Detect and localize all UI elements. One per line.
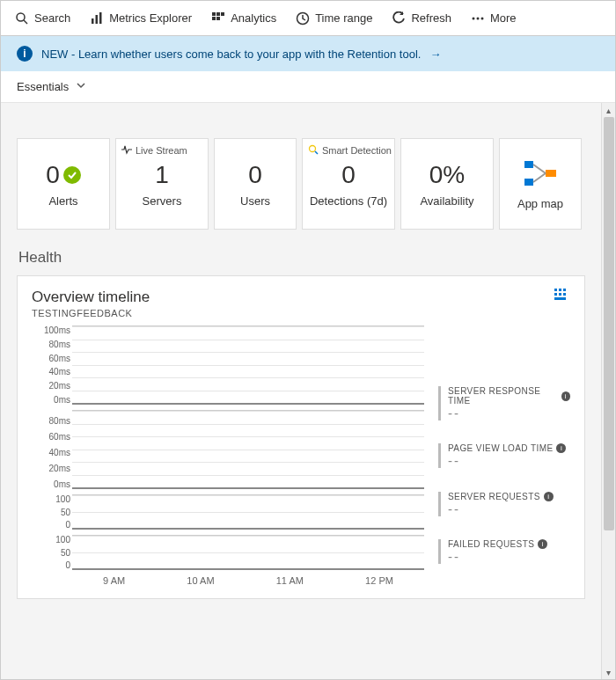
card-subtitle: TESTINGFEEDBACK [32, 308, 150, 318]
analytics-label: Analytics [231, 11, 276, 25]
servers-label: Servers [143, 194, 182, 208]
analytics-icon [211, 11, 225, 26]
svg-rect-26 [563, 293, 566, 296]
metric-server-requests: SERVER REQUESTSi -- [438, 492, 570, 516]
refresh-label: Refresh [411, 11, 451, 25]
tile-app-map[interactable]: App map [499, 138, 582, 230]
svg-line-15 [315, 151, 318, 154]
tile-live-stream[interactable]: Live Stream 1 Servers [115, 138, 209, 230]
svg-rect-27 [554, 297, 566, 300]
metric-failed-requests: FAILED REQUESTSi -- [438, 539, 570, 564]
metrics-explorer-button[interactable]: Metrics Explorer [83, 8, 199, 29]
svg-rect-9 [216, 17, 220, 20]
svg-line-19 [533, 165, 546, 173]
more-icon [471, 11, 485, 26]
metrics-legend: SERVER RESPONSE TIMEi -- PAGE VIEW LOAD … [438, 325, 570, 586]
content-area: 0 Alerts Live Stream 1 Servers [1, 103, 601, 679]
check-circle-icon [63, 166, 81, 184]
refresh-icon [392, 11, 406, 26]
alerts-value: 0 [46, 161, 60, 189]
lightbulb-search-icon [308, 144, 319, 157]
chart-page-view-load-time: 80ms 60ms 40ms 20ms 0ms [32, 410, 424, 489]
info-icon: i [17, 46, 33, 62]
svg-rect-2 [92, 18, 94, 24]
info-icon[interactable]: i [544, 492, 554, 501]
info-icon[interactable]: i [538, 539, 547, 549]
metric-page-view-load-time: PAGE VIEW LOAD TIMEi -- [438, 443, 570, 468]
tile-users[interactable]: 0 Users [214, 138, 297, 230]
info-icon[interactable]: i [561, 391, 570, 401]
svg-rect-18 [546, 170, 556, 177]
arrow-right-icon: → [429, 48, 441, 61]
search-label: Search [34, 11, 70, 25]
svg-rect-17 [524, 179, 533, 186]
time-range-button[interactable]: Time range [289, 8, 379, 29]
app-map-icon [523, 157, 558, 192]
more-button[interactable]: More [464, 8, 524, 29]
users-label: Users [240, 194, 270, 208]
essentials-expander[interactable]: Essentials [1, 71, 615, 103]
tile-row: 0 Alerts Live Stream 1 Servers [17, 138, 585, 230]
analytics-button[interactable]: Analytics [204, 8, 283, 29]
svg-point-13 [480, 17, 483, 19]
search-button[interactable]: Search [8, 8, 77, 29]
metric-server-response-time: SERVER RESPONSE TIMEi -- [438, 386, 570, 420]
svg-point-11 [472, 17, 474, 19]
svg-rect-4 [99, 12, 102, 24]
svg-point-14 [310, 146, 316, 152]
svg-rect-21 [554, 289, 557, 291]
notification-text: NEW - Learn whether users come back to y… [41, 48, 421, 61]
svg-rect-7 [221, 12, 224, 16]
scroll-down-icon[interactable]: ▾ [602, 665, 615, 679]
chart-server-response-time: 100ms 80ms 60ms 40ms 20ms 0ms [32, 325, 424, 405]
availability-label: Availability [420, 194, 473, 208]
chart-x-axis: 9 AM 10 AM 11 AM 12 PM [32, 575, 424, 586]
overview-timeline-card[interactable]: Overview timeline TESTINGFEEDBACK 100ms … [17, 275, 585, 599]
chart-failed-requests: 100 50 0 [32, 535, 424, 570]
health-section-title: Health [18, 249, 585, 267]
essentials-label: Essentials [17, 80, 69, 93]
detections-label: Detections (7d) [310, 194, 387, 208]
svg-rect-8 [212, 17, 216, 20]
alerts-label: Alerts [48, 194, 77, 208]
grid-view-icon[interactable] [554, 289, 570, 303]
smart-detection-top: Smart Detection [322, 145, 392, 156]
time-range-label: Time range [315, 11, 372, 25]
svg-rect-23 [563, 289, 566, 291]
charts-column: 100ms 80ms 60ms 40ms 20ms 0ms [32, 325, 424, 586]
svg-rect-25 [559, 293, 561, 296]
info-icon[interactable]: i [556, 443, 566, 453]
detections-value: 0 [341, 161, 356, 189]
svg-point-12 [476, 17, 479, 19]
svg-rect-22 [559, 289, 561, 291]
svg-rect-16 [524, 161, 533, 168]
svg-rect-5 [212, 12, 216, 16]
toolbar: Search Metrics Explorer Analytics Time r… [1, 1, 615, 36]
notification-bar[interactable]: i NEW - Learn whether users come back to… [1, 36, 615, 71]
vertical-scrollbar[interactable]: ▴ ▾ [601, 103, 615, 679]
servers-value: 1 [155, 161, 169, 189]
tile-smart-detection[interactable]: Smart Detection 0 Detections (7d) [302, 138, 395, 230]
users-value: 0 [248, 161, 262, 189]
metrics-label: Metrics Explorer [109, 11, 192, 25]
svg-rect-24 [554, 293, 557, 296]
availability-value: 0% [429, 161, 465, 189]
tile-availability[interactable]: 0% Availability [400, 138, 494, 230]
tile-alerts[interactable]: 0 Alerts [17, 138, 110, 230]
svg-line-1 [24, 20, 27, 24]
card-title: Overview timeline [32, 289, 150, 306]
scrollbar-thumb[interactable] [604, 117, 614, 530]
refresh-button[interactable]: Refresh [385, 8, 458, 29]
live-stream-top: Live Stream [136, 145, 187, 156]
pulse-icon [121, 144, 132, 157]
chevron-down-icon [76, 80, 86, 93]
more-label: More [490, 11, 517, 25]
scroll-up-icon[interactable]: ▴ [602, 103, 615, 117]
clock-icon [296, 11, 310, 26]
chart-server-requests: 100 50 0 [32, 494, 424, 530]
bar-chart-icon [90, 11, 104, 26]
svg-rect-3 [96, 15, 99, 24]
svg-rect-6 [216, 12, 220, 16]
svg-point-0 [17, 13, 25, 21]
app-map-label: App map [517, 197, 563, 210]
